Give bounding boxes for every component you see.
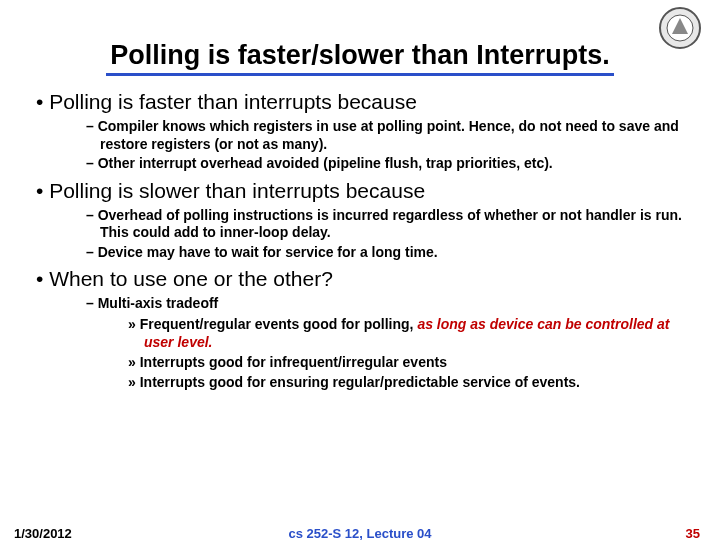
footer-course: cs 252-S 12, Lecture 04 — [0, 526, 720, 540]
bullet-slower: Polling is slower than interrupts becaus… — [36, 179, 690, 262]
tradeoff-2: Interrupts good for infrequent/irregular… — [128, 353, 690, 371]
when-sub: Multi-axis tradeoff Frequent/regular eve… — [86, 295, 690, 391]
seal-icon — [658, 6, 702, 50]
bullet-slower-head: Polling is slower than interrupts becaus… — [49, 179, 425, 202]
tradeoff-3: Interrupts good for ensuring regular/pre… — [128, 373, 690, 391]
content-list: Polling is faster than interrupts becaus… — [30, 90, 690, 391]
bullet-when-head: When to use one or the other? — [49, 267, 333, 290]
bullet-when: When to use one or the other? Multi-axis… — [36, 267, 690, 391]
bullet-faster: Polling is faster than interrupts becaus… — [36, 90, 690, 173]
slide-title: Polling is faster/slower than Interrupts… — [106, 40, 614, 76]
tradeoff-1a: Frequent/regular events good for polling… — [140, 316, 418, 332]
footer-page: 35 — [686, 526, 700, 540]
bullet-faster-head: Polling is faster than interrupts becaus… — [49, 90, 417, 113]
slower-reason-2: Device may have to wait for service for … — [86, 244, 690, 262]
faster-reason-2: Other interrupt overhead avoided (pipeli… — [86, 155, 690, 173]
slower-reason-1: Overhead of polling instructions is incu… — [86, 207, 690, 242]
faster-reason-1: Compiler knows which registers in use at… — [86, 118, 690, 153]
tradeoff-1: Frequent/regular events good for polling… — [128, 315, 690, 351]
when-sub-text: Multi-axis tradeoff — [98, 295, 219, 311]
